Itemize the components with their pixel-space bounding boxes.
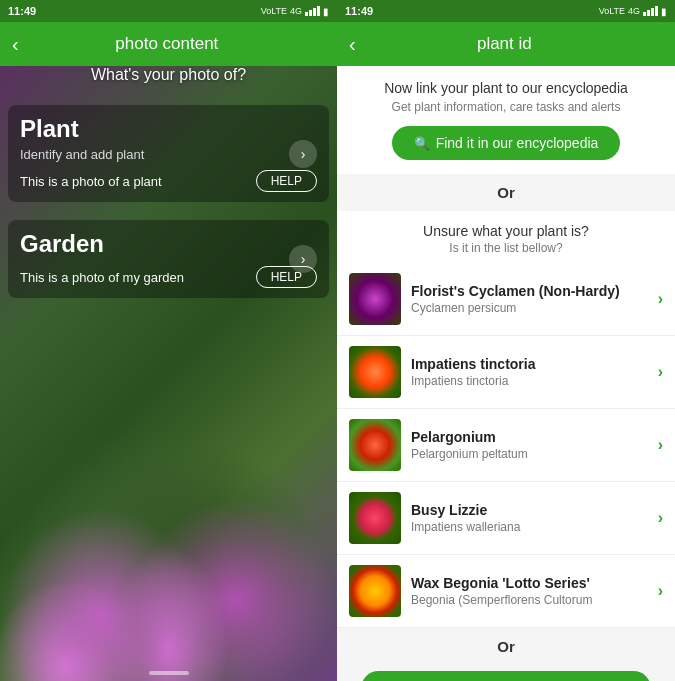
right-time: 11:49 [345, 5, 373, 17]
right-back-button[interactable]: ‹ [349, 33, 356, 56]
unsure-title: Unsure what your plant is? [353, 223, 659, 239]
left-back-button[interactable]: ‹ [12, 33, 19, 56]
list-item[interactable]: Florist's Cyclamen (Non-Hardy) Cyclamen … [337, 263, 675, 336]
left-battery-icon: ▮ [323, 6, 329, 17]
plant-info-2: Impatiens tinctoria Impatiens tinctoria [411, 356, 648, 388]
plant-chevron-5: › [658, 582, 663, 600]
garden-card-description: This is a photo of my garden [20, 270, 184, 285]
right-4g-icon: 4G [628, 6, 640, 16]
plant-info-4: Busy Lizzie Impatiens walleriana [411, 502, 648, 534]
plant-chevron-3: › [658, 436, 663, 454]
plant-latin-1: Cyclamen persicum [411, 301, 648, 315]
encyclopedia-subtitle: Get plant information, care tasks and al… [353, 100, 659, 114]
left-panel: 11:49 VoLTE 4G ▮ ‹ photo content What's … [0, 0, 337, 681]
plant-thumbnail-4 [349, 492, 401, 544]
plant-info-5: Wax Begonia 'Lotto Series' Begonia (Semp… [411, 575, 648, 607]
left-page-title: photo content [29, 34, 305, 54]
plant-latin-4: Impatiens walleriana [411, 520, 648, 534]
left-header: ‹ photo content [0, 22, 337, 66]
plant-name-4: Busy Lizzie [411, 502, 648, 518]
encyclopedia-section: Now link your plant to our encyclopedia … [337, 66, 675, 174]
left-status-bar: 11:49 VoLTE 4G ▮ [0, 0, 337, 22]
plant-card[interactable]: › Plant Identify and add plant This is a… [8, 105, 329, 202]
find-encyclopedia-label: Find it in our encyclopedia [436, 135, 599, 151]
left-question-text: What's your photo of? [0, 66, 337, 84]
find-encyclopedia-button[interactable]: 🔍 Find it in our encyclopedia [392, 126, 621, 160]
garden-card-title: Garden [20, 230, 317, 258]
plant-card-description: This is a photo of a plant [20, 174, 162, 189]
left-network-icon: VoLTE [261, 6, 287, 16]
community-button[interactable]: Ask the community to identify this plant [361, 671, 651, 681]
plant-chevron-2: › [658, 363, 663, 381]
plant-card-arrow[interactable]: › [289, 140, 317, 168]
unsure-subtitle: Is it in the list bellow? [353, 241, 659, 255]
plant-name-5: Wax Begonia 'Lotto Series' [411, 575, 648, 591]
right-page-title: plant id [366, 34, 643, 54]
plant-name-2: Impatiens tinctoria [411, 356, 648, 372]
left-signal-icon [305, 6, 320, 16]
left-status-icons: VoLTE 4G ▮ [261, 6, 329, 17]
plant-info-3: Pelargonium Pelargonium peltatum [411, 429, 648, 461]
plant-name-1: Florist's Cyclamen (Non-Hardy) [411, 283, 648, 299]
plant-card-title: Plant [20, 115, 317, 143]
right-content: Now link your plant to our encyclopedia … [337, 66, 675, 681]
plant-latin-5: Begonia (Semperflorens Cultorum [411, 593, 648, 607]
search-icon: 🔍 [414, 136, 430, 151]
plant-thumbnail-1 [349, 273, 401, 325]
right-battery-icon: ▮ [661, 6, 667, 17]
plant-info-1: Florist's Cyclamen (Non-Hardy) Cyclamen … [411, 283, 648, 315]
list-item[interactable]: Impatiens tinctoria Impatiens tinctoria … [337, 336, 675, 409]
plant-latin-3: Pelargonium peltatum [411, 447, 648, 461]
flower-decoration [0, 361, 337, 681]
list-item[interactable]: Pelargonium Pelargonium peltatum › [337, 409, 675, 482]
plant-latin-2: Impatiens tinctoria [411, 374, 648, 388]
community-button-wrap: Ask the community to identify this plant [337, 665, 675, 681]
plant-name-3: Pelargonium [411, 429, 648, 445]
plant-chevron-4: › [658, 509, 663, 527]
plant-help-button[interactable]: HELP [256, 170, 317, 192]
plant-chevron-1: › [658, 290, 663, 308]
right-status-bar: 11:49 VoLTE 4G ▮ [337, 0, 675, 22]
right-panel: 11:49 VoLTE 4G ▮ ‹ plant id Now link you… [337, 0, 675, 681]
right-header: ‹ plant id [337, 22, 675, 66]
plant-thumbnail-2 [349, 346, 401, 398]
plant-card-bottom: This is a photo of a plant HELP [20, 170, 317, 192]
plant-list: Florist's Cyclamen (Non-Hardy) Cyclamen … [337, 263, 675, 628]
or-divider-2: Or [337, 628, 675, 665]
left-4g-icon: 4G [290, 6, 302, 16]
plant-card-subtitle: Identify and add plant [20, 147, 317, 162]
list-item[interactable]: Wax Begonia 'Lotto Series' Begonia (Semp… [337, 555, 675, 628]
garden-card-bottom: This is a photo of my garden HELP [20, 266, 317, 288]
plant-thumbnail-3 [349, 419, 401, 471]
garden-card[interactable]: › Garden This is a photo of my garden HE… [8, 220, 329, 298]
right-signal-icon [643, 6, 658, 16]
or-divider-1: Or [337, 174, 675, 211]
garden-card-arrow[interactable]: › [289, 245, 317, 273]
right-status-icons: VoLTE 4G ▮ [599, 6, 667, 17]
encyclopedia-title: Now link your plant to our encyclopedia [353, 80, 659, 96]
list-item[interactable]: Busy Lizzie Impatiens walleriana › [337, 482, 675, 555]
unsure-section: Unsure what your plant is? Is it in the … [337, 211, 675, 263]
left-time: 11:49 [8, 5, 36, 17]
right-network-icon: VoLTE [599, 6, 625, 16]
left-scroll-indicator [149, 671, 189, 675]
plant-thumbnail-5 [349, 565, 401, 617]
